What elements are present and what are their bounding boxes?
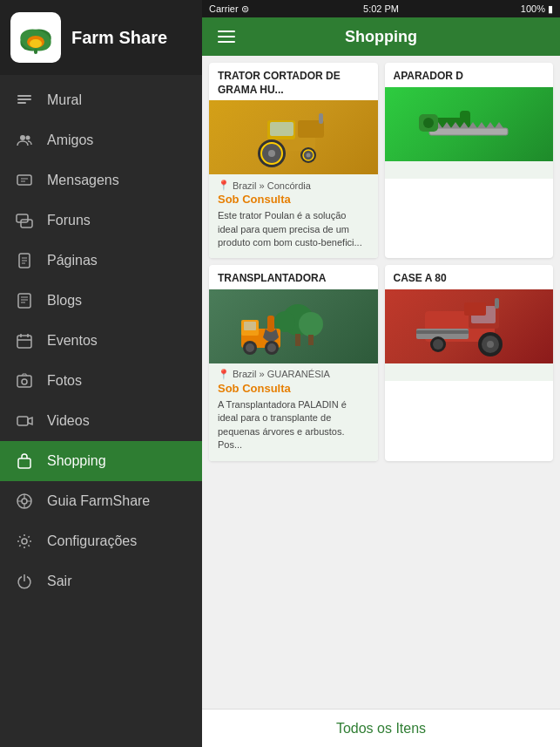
guide-icon	[14, 491, 35, 512]
sidebar-item-mural[interactable]: Mural	[0, 80, 202, 120]
card-body	[385, 363, 554, 381]
product-location: 📍 Brazil » Concórdia	[218, 180, 369, 191]
product-image-trator	[209, 100, 378, 174]
svg-point-74	[433, 339, 443, 350]
svg-rect-19	[17, 417, 28, 425]
hamburger-line-3	[218, 41, 235, 43]
sidebar-item-fotos[interactable]: Fotos	[0, 361, 202, 401]
sidebar-item-videos[interactable]: Videos	[0, 401, 202, 441]
svg-point-9	[20, 135, 25, 140]
svg-point-62	[267, 343, 276, 352]
product-price: Sob Consulta	[218, 193, 369, 206]
svg-rect-69	[416, 330, 469, 334]
svg-rect-37	[319, 113, 323, 124]
power-icon	[14, 571, 35, 592]
location-pin-icon: 📍	[218, 180, 230, 191]
sidebar-item-shopping[interactable]: Shopping	[0, 441, 202, 481]
sidebar-item-guia-label: Guia FarmShare	[47, 493, 150, 509]
battery-label: 100%	[521, 3, 545, 14]
sidebar-item-paginas[interactable]: Páginas	[0, 241, 202, 281]
product-card-aparador[interactable]: Aparador d	[385, 63, 554, 258]
product-description: A Transplantadora PALADIN é ideal para o…	[218, 398, 369, 452]
product-price: Sob Consulta	[218, 382, 369, 395]
svg-point-60	[246, 343, 254, 352]
app-logo	[10, 12, 61, 63]
sidebar-nav: Mural Amigos Mensagens Foruns	[0, 75, 202, 747]
svg-rect-8	[17, 102, 26, 104]
product-card-case[interactable]: CASE A 80	[385, 265, 554, 460]
photo-icon	[14, 370, 35, 391]
todos-os-itens-link[interactable]: Todos os Itens	[336, 721, 426, 737]
sidebar-item-mensagens[interactable]: Mensagens	[0, 160, 202, 200]
sidebar-item-mensagens-label: Mensagens	[47, 173, 119, 188]
hamburger-line-2	[218, 36, 235, 37]
sidebar-item-fotos-label: Fotos	[47, 373, 82, 389]
svg-point-53	[299, 312, 323, 336]
sidebar-item-mural-label: Mural	[47, 92, 82, 108]
svg-rect-15	[18, 294, 30, 308]
card-body	[385, 161, 554, 179]
product-image-case	[385, 289, 554, 363]
svg-rect-17	[17, 376, 31, 387]
svg-rect-7	[17, 98, 31, 100]
svg-rect-40	[429, 128, 508, 135]
sidebar-item-blogs[interactable]: Blogs	[0, 281, 202, 321]
product-title: TRATOR CORTADOR DE GRAMA HU...	[218, 70, 369, 97]
sidebar-item-sair-label: Sair	[47, 574, 71, 589]
message-icon	[14, 170, 35, 191]
card-header: Aparador d	[385, 63, 554, 87]
video-icon	[14, 411, 35, 431]
sidebar-item-guia[interactable]: Guia FarmShare	[0, 481, 202, 521]
product-card-transplantadora[interactable]: TRANSPLANTADORA	[209, 265, 378, 460]
svg-rect-56	[308, 335, 314, 345]
hamburger-button[interactable]	[214, 27, 239, 46]
sidebar-item-blogs-label: Blogs	[47, 293, 82, 309]
location-pin-icon: 📍	[218, 369, 230, 380]
sidebar-header: Farm Share	[0, 0, 202, 75]
shopping-icon	[14, 451, 35, 472]
svg-point-34	[306, 153, 310, 158]
product-description: Este trator Poulan é a solução ideal par…	[218, 209, 369, 249]
sidebar: Farm Share Mural Amigos Mensagens	[0, 0, 202, 747]
product-title: TRANSPLANTADORA	[218, 272, 369, 286]
top-bar: Shopping	[202, 17, 560, 56]
settings-icon	[14, 531, 35, 552]
main-content: Carrier ⊜ 5:02 PM 100% ▮ Shopping TRATOR…	[202, 0, 560, 747]
sidebar-item-foruns-label: Foruns	[47, 213, 91, 228]
sidebar-item-videos-label: Videos	[47, 413, 90, 429]
sidebar-item-configuracoes[interactable]: Configurações	[0, 521, 202, 561]
svg-rect-11	[17, 175, 31, 185]
svg-marker-49	[495, 122, 503, 128]
svg-point-10	[26, 136, 30, 140]
sidebar-item-eventos-label: Eventos	[47, 333, 98, 349]
card-header: TRANSPLANTADORA	[209, 265, 378, 289]
forum-icon	[14, 210, 35, 231]
sidebar-item-paginas-label: Páginas	[47, 253, 98, 268]
product-title: CASE A 80	[394, 272, 545, 286]
svg-rect-12	[17, 214, 28, 222]
svg-point-31	[268, 150, 275, 157]
sidebar-item-amigos[interactable]: Amigos	[0, 120, 202, 160]
svg-rect-55	[295, 334, 300, 346]
svg-point-18	[22, 379, 27, 384]
calendar-icon	[14, 330, 35, 351]
svg-rect-76	[495, 298, 499, 309]
svg-rect-75	[464, 302, 486, 316]
product-card-trator[interactable]: TRATOR CORTADOR DE GRAMA HU...	[209, 63, 378, 258]
sidebar-item-eventos[interactable]: Eventos	[0, 321, 202, 361]
product-location: 📍 Brazil » GUARANÉSIA	[218, 369, 369, 380]
svg-rect-5	[34, 49, 37, 54]
svg-point-51	[423, 118, 434, 128]
bottom-bar: Todos os Itens	[202, 709, 560, 747]
card-body: 📍 Brazil » GUARANÉSIA Sob Consulta A Tra…	[209, 363, 378, 461]
svg-rect-20	[18, 458, 30, 468]
status-bar: Carrier ⊜ 5:02 PM 100% ▮	[202, 0, 560, 17]
pages-icon	[14, 250, 35, 271]
card-body: 📍 Brazil » Concórdia Sob Consulta Este t…	[209, 174, 378, 258]
sidebar-item-foruns[interactable]: Foruns	[0, 200, 202, 241]
svg-point-22	[22, 499, 27, 504]
svg-point-4	[30, 39, 42, 48]
sidebar-item-sair[interactable]: Sair	[0, 561, 202, 601]
carrier-label: Carrier	[209, 3, 239, 14]
app-name: Farm Share	[71, 28, 167, 48]
